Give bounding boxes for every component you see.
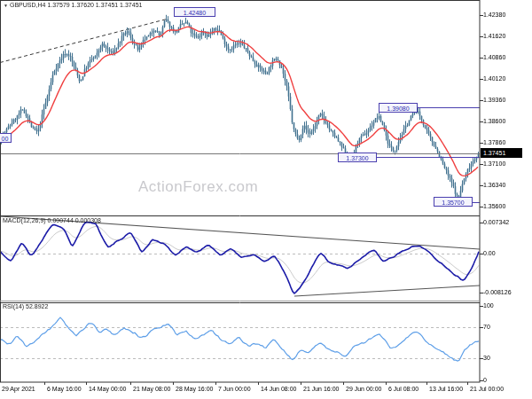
time-axis-label: 21 Jun 16:00: [303, 386, 339, 392]
price-axis-label: 1.38600: [483, 118, 505, 124]
time-axis-label: 6 Jul 08:00: [388, 386, 419, 392]
time-axis-label: 13 Jul 16:00: [429, 386, 463, 392]
macd-axis-label: 0.007342: [483, 219, 509, 225]
time-axis-label: 29 Apr 2021: [2, 386, 35, 392]
time-axis-label: 29 Jun 00:00: [346, 386, 381, 392]
price-flag-label: 00: [0, 133, 12, 143]
chart-title-bar: ▼GBPUSD,H4 1.37579 1.37620 1.37451 1.374…: [4, 2, 142, 8]
time-axis-label: 21 May 08:00: [133, 386, 170, 392]
price-flag-label: 1.39080: [379, 103, 418, 113]
price-axis-label: 1.39360: [483, 97, 505, 103]
time-axis-label: 7 Jun 00:00: [218, 386, 251, 392]
rsi-indicator-label: RSI(14) 52.8922: [3, 303, 48, 309]
price-axis-label: 1.40120: [483, 75, 505, 82]
current-price-box: 1.37451: [481, 148, 522, 158]
time-axis-label: 14 May 00:00: [89, 386, 126, 392]
time-axis-label: 21 Jul 00:00: [470, 386, 504, 392]
price-axis-label: 1.37100: [483, 160, 505, 167]
price-axis-label: 1.42380: [483, 12, 505, 18]
collapse-arrow-icon[interactable]: ▼: [4, 3, 8, 8]
price-axis-label: 1.40860: [483, 54, 505, 60]
price-flag-label: 1.35700: [434, 197, 473, 207]
quote-values-label: 1.37579 1.37620 1.37451 1.37451: [47, 2, 142, 8]
price-axis-label: 1.35600: [483, 203, 505, 209]
price-axis-label: 1.36340: [483, 182, 505, 188]
rsi-axis-label: 100: [483, 302, 494, 309]
rsi-axis-label: 70: [483, 324, 490, 330]
price-axis-label: 1.41620: [483, 33, 505, 39]
rsi-axis-label: 0: [483, 377, 487, 383]
macd-indicator-label: MACD(12,26,9) 0.000744 0.000308: [3, 217, 101, 223]
price-flag-label: 1.37300: [338, 153, 377, 162]
symbol-label: GBPUSD,H4: [10, 2, 45, 8]
price-flag-label: 1.42480: [174, 7, 215, 17]
macd-axis-label: 0.00: [483, 250, 496, 256]
forex-chart-window: ▼GBPUSD,H4 1.37579 1.37620 1.37451 1.374…: [0, 0, 532, 399]
time-axis-label: 28 May 16:00: [176, 386, 213, 392]
rsi-axis-label: 30: [483, 355, 490, 361]
watermark: ActionForex.com: [138, 178, 258, 196]
macd-axis-label: -0.008126: [483, 289, 512, 295]
price-axis-label: 1.37860: [483, 139, 505, 145]
time-axis-label: 14 Jun 08:00: [261, 386, 296, 392]
time-axis-label: 6 May 16:00: [47, 386, 82, 392]
